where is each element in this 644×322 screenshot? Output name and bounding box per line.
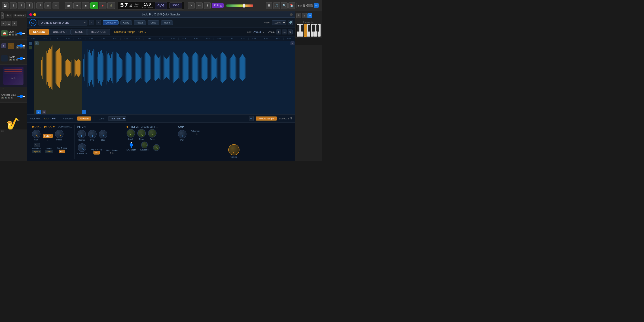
cycle2-btn[interactable]: ↺ — [107, 2, 115, 9]
filter-drive-knob[interactable] — [148, 129, 156, 138]
logo-btn[interactable]: 1234 △ — [212, 3, 224, 8]
loop-select[interactable]: Alternate — [108, 116, 126, 121]
solo-btn-brass[interactable]: S — [5, 96, 7, 99]
download-btn[interactable]: ⬇ — [26, 2, 33, 9]
compare-btn[interactable]: Compare — [103, 20, 118, 25]
tab-recorder[interactable]: RECORDER — [87, 29, 110, 35]
save-btn[interactable]: 💾 — [2, 2, 8, 9]
list-btn[interactable]: ☰ — [266, 2, 272, 9]
pan-knob-header[interactable] — [306, 4, 313, 8]
bendrange-arrows[interactable]: ⇅ — [112, 152, 114, 154]
close-x-btn[interactable]: ✕ — [188, 2, 194, 9]
library-btn[interactable]: 📚 — [288, 2, 295, 9]
lfo-mode-btn[interactable]: Mono — [45, 150, 53, 153]
scrub-handle-left[interactable]: › — [36, 110, 41, 114]
playback-value-btn[interactable]: Forward — [77, 116, 91, 120]
polyphony-arrows[interactable]: ⇅ — [196, 133, 198, 136]
amp-volume-knob[interactable] — [228, 144, 240, 156]
window-close-btn[interactable] — [29, 13, 32, 16]
lfo1-tab[interactable]: LFO 1 — [32, 126, 41, 128]
preset-dropdown[interactable]: Dramatic String Drone — [38, 20, 88, 26]
sampler-btn[interactable]: ⊡ — [6, 21, 12, 26]
window-max-btn[interactable] — [290, 13, 293, 16]
search-btn[interactable]: 🔍 — [281, 2, 288, 9]
filter-keyscale2-knob[interactable] — [153, 144, 160, 151]
mute-btn-synthpad[interactable]: M — [10, 58, 12, 61]
lfo-phase-knob[interactable] — [55, 130, 64, 138]
time-signature[interactable]: 4/4 — [155, 2, 167, 9]
scrub-handle-close[interactable]: ✕ — [42, 110, 46, 114]
pitch-glide-knob[interactable] — [99, 130, 107, 138]
rewind-btn[interactable]: ⏮ — [65, 2, 72, 9]
mod-matrix-tab[interactable]: MOD MATRIX — [58, 126, 72, 128]
speed-up-btn[interactable]: ⇅ — [290, 117, 292, 120]
return-tool-btn[interactable]: ↩ — [29, 46, 32, 50]
view-select[interactable]: 100% — [272, 20, 286, 25]
scrub-handle-right[interactable]: ‹ — [82, 110, 86, 114]
pitch-keytrack-btn[interactable]: ON — [94, 151, 100, 154]
zoom-horizontal-btn[interactable]: ⇔ — [282, 30, 287, 34]
link-btn[interactable]: 🔗 — [288, 20, 293, 25]
filter-cutoff-knob[interactable] — [126, 129, 135, 138]
tune-value[interactable]: 0 c — [52, 117, 56, 120]
filter-envdepth-slider[interactable] — [130, 142, 132, 148]
lfo-fadein-btn[interactable]: Fade In — [43, 134, 53, 138]
waveform-canvas[interactable]: ✎ ✕ — [34, 41, 295, 114]
snap-value[interactable]: Zero-X — [253, 31, 261, 33]
filter-type[interactable]: LP 12dB Lush — [141, 126, 155, 128]
redo-btn[interactable]: Redo — [161, 20, 173, 25]
filter-reso-knob[interactable] — [137, 129, 146, 138]
pitch-envdepth-knob[interactable] — [78, 143, 86, 152]
settings-gear-btn[interactable]: ⚙ — [288, 30, 293, 34]
s-track-btn[interactable]: S — [12, 21, 17, 26]
solo-btn-synthpad[interactable]: S — [13, 58, 15, 61]
lfo-keytrigger-btn[interactable]: ON — [59, 150, 65, 153]
fast-forward-btn[interactable]: ⏭ — [73, 2, 81, 9]
add-track-btn[interactable]: + — [1, 21, 6, 26]
pointer-tool[interactable]: ↖ — [1, 12, 4, 19]
follow-tempo-btn[interactable]: Follow Tempo — [256, 116, 277, 120]
note-btn[interactable]: 🎵 — [273, 2, 280, 9]
help-btn[interactable]: ? — [18, 2, 24, 9]
right-tool-1[interactable]: ⇅ — [296, 13, 301, 18]
solo-btn-drum[interactable]: S — [12, 34, 14, 36]
tune-btn[interactable]: ⊕ — [44, 2, 51, 9]
loop-tool-btn[interactable]: ↺ — [29, 42, 32, 45]
s-mode-btn[interactable]: S — [204, 2, 211, 9]
edit-menu[interactable]: Edit — [5, 14, 12, 18]
mute-btn-brass[interactable]: M — [1, 96, 4, 99]
functions-menu[interactable]: Functions — [13, 14, 26, 18]
record-btn[interactable]: ● — [99, 2, 106, 9]
filter-keyscale-knob[interactable] — [141, 142, 148, 148]
record-btn-brass[interactable]: R — [8, 96, 10, 99]
direction-btn[interactable]: ⇒ — [314, 3, 319, 8]
amp-pan-knob[interactable] — [178, 130, 186, 138]
mute-btn-drum[interactable]: M — [8, 34, 12, 36]
input-btn-brass[interactable]: I — [11, 96, 12, 99]
window-min-btn[interactable] — [33, 13, 36, 16]
right-tool-3[interactable]: ⇒ — [308, 13, 312, 18]
undo-btn[interactable]: Undo — [148, 20, 159, 25]
key-display[interactable]: Dmaj — [169, 2, 182, 8]
pitch-coarse-knob[interactable] — [77, 130, 86, 138]
scissors-btn[interactable]: ✂ — [52, 2, 59, 9]
volume-thumb[interactable] — [243, 4, 245, 8]
track-volume-brass[interactable] — [17, 96, 25, 97]
pitch-fine-knob[interactable] — [88, 130, 96, 138]
info-btn[interactable]: ℹ — [10, 2, 16, 9]
track-volume-solaris[interactable] — [17, 45, 25, 46]
lfo-rate-knob[interactable] — [32, 130, 40, 138]
zoom-vertical-btn[interactable]: ⇕ — [276, 30, 281, 34]
lfo-bipolar-btn[interactable]: Bipolar — [32, 150, 41, 153]
lfo-waveform-display[interactable]: ∿ ⌄ — [34, 143, 40, 147]
cycle-btn[interactable]: ↺ — [36, 2, 43, 9]
paste-btn[interactable]: Paste — [134, 20, 146, 25]
tab-classic[interactable]: CLASSIC — [29, 29, 49, 35]
root-key-value[interactable]: C#3 — [44, 117, 48, 120]
track-volume-synthpad[interactable] — [17, 58, 25, 59]
tab-slice[interactable]: SLICE — [71, 29, 86, 35]
lfo2-tab[interactable]: LFO 2 — [44, 126, 54, 128]
track-volume-drum[interactable] — [16, 33, 25, 34]
prev-preset-btn[interactable]: ‹ — [89, 20, 94, 25]
play-btn[interactable]: ▶ — [90, 2, 98, 9]
